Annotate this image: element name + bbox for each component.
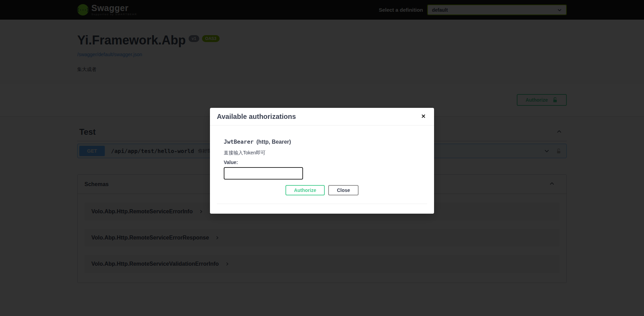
- auth-scheme-jwtbearer: JwtBearer(http, Bearer) 直接输入Token即可 Valu…: [217, 133, 427, 204]
- auth-description: 直接输入Token即可: [224, 150, 420, 156]
- value-label: Value:: [224, 160, 420, 165]
- modal-close-button[interactable]: Close: [328, 185, 359, 195]
- modal-title: Available authorizations: [217, 113, 296, 121]
- auth-scheme-heading: JwtBearer(http, Bearer): [224, 139, 420, 145]
- authorizations-modal: Available authorizations ✕ JwtBearer(htt…: [210, 108, 434, 214]
- token-input[interactable]: [224, 167, 303, 180]
- auth-scheme-name: JwtBearer: [224, 139, 254, 145]
- modal-close-icon[interactable]: ✕: [420, 112, 427, 121]
- auth-scheme-type: (http, Bearer): [256, 139, 291, 145]
- modal-authorize-button[interactable]: Authorize: [285, 185, 325, 195]
